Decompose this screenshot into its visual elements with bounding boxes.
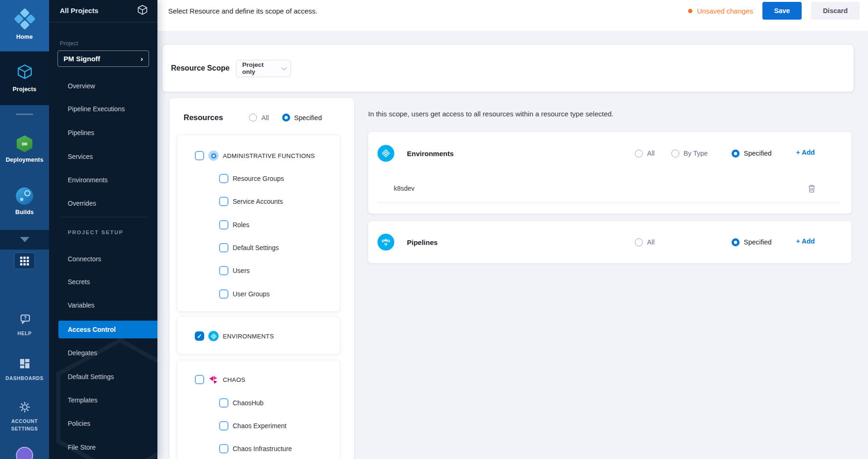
rail-divider-dash [16,114,33,115]
checkbox-user-groups[interactable] [219,289,228,299]
environments-radio-all[interactable]: All [635,148,655,159]
grid-icon [20,257,29,265]
unsaved-changes-label: Unsaved changes [697,7,753,15]
radio-selected-icon [732,238,740,246]
builds-icon [16,187,33,205]
sidebar-item-templates[interactable]: Templates [49,394,157,406]
nav-home[interactable]: Home [0,0,49,51]
resources-radio-specified[interactable]: Specified [282,114,322,122]
page-toolbar: Select Resource and define its scope of … [157,0,868,31]
pipelines-card-title: Pipelines [407,238,438,246]
chevron-down-icon [20,237,29,242]
checkbox-chaos-infrastructure[interactable] [219,444,228,453]
unsaved-dot-icon [688,9,692,13]
checkbox-chaos[interactable] [195,375,204,384]
resource-scope-label: Resource Scope [171,64,229,72]
nav-account-settings[interactable]: ACCOUNT SETTINGS [0,398,49,436]
delete-icon[interactable] [808,184,816,193]
project-name: PM Signoff [64,55,100,63]
environments-card-title: Environments [407,150,454,158]
checkbox-service-accounts[interactable] [219,197,228,206]
environments-radio-by-type[interactable]: By Type [671,148,708,159]
pipelines-radio-all[interactable]: All [635,237,655,248]
all-modules-button[interactable] [14,252,35,269]
checkbox-roles[interactable] [219,220,228,230]
save-button[interactable]: Save [762,2,802,20]
resource-scope-value: Project only [242,61,277,75]
help-icon: ? [18,314,31,328]
nav-deployments-label: Deployments [6,157,43,163]
nav-help-label: HELP [17,330,31,337]
unsaved-changes-badge: Unsaved changes [688,7,753,15]
all-projects-selector[interactable]: All Projects [49,0,157,21]
sidebar-item-policies[interactable]: Policies [49,417,157,430]
nav-dashboards-label: DASHBOARDS [6,375,43,382]
environments-icon [208,331,219,341]
page-title: Select Resource and define its scope of … [168,7,317,15]
sidebar-item-variables[interactable]: Variables [49,299,157,311]
sidebar-item-environments[interactable]: Environments [49,174,157,186]
chevron-down-icon [281,65,286,70]
sidebar-item-default-settings[interactable]: Default Settings [49,371,157,383]
checkbox-users[interactable] [219,266,228,275]
discard-button[interactable]: Discard [811,2,860,20]
gear-icon [19,401,31,415]
package-icon [137,5,148,17]
chevron-right-icon: › [141,55,143,63]
pipelines-card: Pipelines All Specified + Add [368,221,852,263]
radio-icon [635,150,643,158]
chaos-icon [208,374,219,385]
user-avatar[interactable] [16,447,33,459]
sidebar-item-secrets[interactable]: Secrets [49,276,157,288]
home-icon [12,8,37,33]
nav-projects-label: Projects [13,86,36,93]
nav-deployments[interactable]: ∞ Deployments [0,130,49,168]
environment-item-row: k8sdev [368,183,852,194]
nav-account-settings-label: ACCOUNT SETTINGS [7,418,43,433]
sidebar-item-file-store[interactable]: File Store [49,441,157,453]
checkbox-environments[interactable] [195,331,204,341]
nav-projects[interactable]: Projects [0,51,49,105]
resource-group-environments: ENVIRONMENTS [177,316,340,354]
module-switcher[interactable] [0,230,49,249]
nav-builds[interactable]: Builds [0,182,49,221]
sidebar-item-pipeline-executions[interactable]: Pipeline Executions [49,103,157,115]
project-section-label: Project [60,40,78,47]
deployments-icon: ∞ [16,136,34,152]
project-sidebar: All Projects Project PM Signoff › Overvi… [49,0,157,459]
pipelines-radio-specified[interactable]: Specified [732,237,772,248]
pipelines-add-button[interactable]: + Add [796,237,815,245]
resources-title: Resources [184,113,223,122]
sidebar-divider [49,22,157,22]
radio-selected-icon [282,114,290,122]
nav-dashboards[interactable]: DASHBOARDS [0,355,49,384]
environments-card: Environments All By Type Specified + Add [368,132,852,214]
module-rail: Home Projects ∞ Deployments Builds ? HEL… [0,0,49,459]
scope-instruction: In this scope, users get access to all r… [368,110,613,118]
sidebar-item-connectors[interactable]: Connectors [49,253,157,265]
admin-functions-icon [208,151,219,161]
resource-group-chaos: CHAOS ChaosHub Chaos Experiment Chaos In… [177,360,340,459]
sidebar-item-delegates[interactable]: Delegates [49,347,157,359]
environments-radio-specified[interactable]: Specified [732,148,772,159]
nav-help[interactable]: ? HELP [0,312,49,338]
radio-icon [249,114,257,122]
checkbox-default-settings[interactable] [219,243,228,252]
sidebar-item-services[interactable]: Services [49,151,157,163]
environments-icon [377,145,394,162]
checkbox-chaos-experiment[interactable] [219,421,228,430]
environments-add-button[interactable]: + Add [796,149,815,156]
radio-icon [671,150,679,158]
checkbox-resource-groups[interactable] [219,174,228,183]
sidebar-item-pipelines[interactable]: Pipelines [49,127,157,139]
resources-radio-all[interactable]: All [249,114,269,122]
resource-scope-dropdown[interactable]: Project only [236,60,291,77]
pipelines-icon [377,234,394,251]
sidebar-item-access-control[interactable]: Access Control [58,321,157,338]
checkbox-chaoshub[interactable] [219,398,228,408]
resource-group-administrative-functions: ADMINISTRATIVE FUNCTIONS Resource Groups… [177,135,340,312]
sidebar-item-overview[interactable]: Overview [49,80,157,92]
checkbox-administrative-functions[interactable] [195,151,204,160]
project-selector[interactable]: PM Signoff › [57,50,149,67]
sidebar-item-overrides[interactable]: Overrides [49,197,157,209]
